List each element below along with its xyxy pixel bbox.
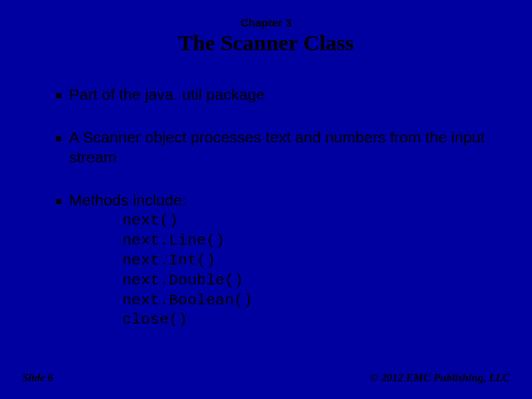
methods-heading: Methods include: [69, 191, 488, 210]
method-item: next.Line() [122, 231, 488, 251]
method-item: next() [122, 211, 488, 231]
method-item: next.Double() [122, 271, 488, 291]
copyright-text: © 2012 EMC Publishing, LLC [370, 372, 510, 384]
slide-content: ■ Part of the java. util package ■ A Sca… [0, 55, 532, 330]
method-item: next.Int() [122, 251, 488, 271]
bullet-item: ■ Methods include: next() next.Line() ne… [55, 191, 488, 331]
bullet-item: ■ A Scanner object processes text and nu… [55, 128, 488, 167]
bullet-text: Part of the java. util package [69, 85, 488, 104]
bullet-item: ■ Part of the java. util package [55, 85, 488, 104]
bullet-text: Methods include: next() next.Line() next… [69, 191, 488, 331]
chapter-label: Chapter 3 [0, 16, 532, 29]
bullet-text: A Scanner object processes text and numb… [69, 128, 488, 167]
square-bullet-icon: ■ [55, 89, 61, 103]
methods-list: next() next.Line() next.Int() next.Doubl… [69, 211, 488, 330]
slide-title: The Scanner Class [0, 30, 532, 55]
slide-header: Chapter 3 The Scanner Class [0, 0, 532, 55]
method-item: next.Boolean() [122, 291, 488, 311]
slide-number: Slide 6 [22, 372, 53, 384]
slide-footer: Slide 6 © 2012 EMC Publishing, LLC [0, 372, 532, 384]
method-item: close() [122, 310, 488, 330]
square-bullet-icon: ■ [55, 132, 61, 146]
square-bullet-icon: ■ [55, 195, 61, 208]
